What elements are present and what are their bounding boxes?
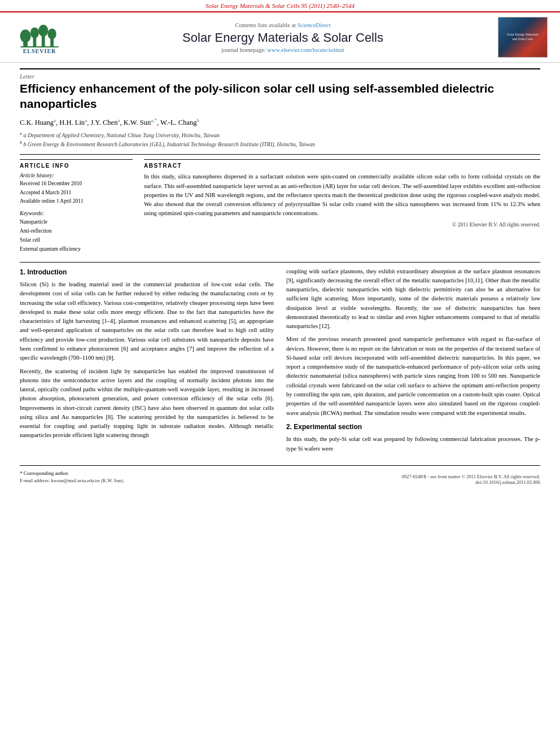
author-ck-huang: C.K. Huang	[20, 119, 54, 126]
footer-left: * Corresponding author. E-mail address: …	[20, 469, 124, 485]
svg-point-1	[20, 29, 30, 42]
email-line: E-mail address: kwsun@mail.nctu.edu.tw (…	[20, 477, 124, 485]
abstract-col: ABSTRACT In this study, silica nanospher…	[144, 159, 540, 254]
journal-header-center: Contents lists available at ScienceDirec…	[73, 22, 492, 53]
journal-homepage: journal homepage: www.elsevier.com/locat…	[73, 47, 492, 53]
svg-point-5	[38, 24, 48, 36]
affiliations: a a Department of Applied Chemistry, Nat…	[20, 130, 540, 149]
right-para-2: Most of the previous research presented …	[286, 335, 540, 417]
authors-line: C.K. Huanga, H.H. Lina, J.Y. Chena, K.W.…	[20, 117, 540, 127]
divider	[20, 154, 540, 155]
elsevier-label: ELSEVIER	[23, 48, 56, 54]
author-kw-sun: K.W. Sun	[124, 119, 151, 126]
keyword-eqe: External quantum efficiency	[20, 244, 133, 254]
main-content: Letter Efficiency enhancement of the pol…	[0, 63, 560, 496]
section2-para: In this study, the poly-Si solar cell wa…	[286, 435, 540, 453]
affiliation-a: a a Department of Applied Chemistry, Nat…	[20, 130, 540, 139]
intro-para-1: Silicon (Si) is the leading material use…	[20, 280, 274, 362]
svg-point-7	[47, 28, 56, 39]
abstract-header: ABSTRACT	[144, 159, 540, 169]
right-para-1: coupling with surface plasmons, they exh…	[286, 267, 540, 331]
body-content: 1. Introduction Silicon (Si) is the lead…	[20, 267, 540, 457]
article-info-header: ARTICLE INFO	[20, 159, 133, 169]
journal-cover-image: Solar Energy Materials and Solar Cells	[498, 17, 548, 58]
footer: * Corresponding author. E-mail address: …	[20, 465, 540, 485]
intro-para-2: Recently, the scattering of incident lig…	[20, 367, 274, 440]
cover-title-text: Solar Energy Materials and Solar Cells	[507, 33, 539, 42]
available-date: Available online 1 April 2011	[20, 197, 133, 206]
email-address: kwsun@mail.nctu.edu.tw (K.W. Sun).	[51, 478, 124, 483]
history-dates: Received 16 December 2010 Accepted 4 Mar…	[20, 180, 133, 206]
divider2	[20, 262, 540, 263]
journal-bar: Solar Energy Materials & Solar Cells 95 …	[0, 0, 560, 12]
elsevier-logo-icon	[17, 21, 62, 48]
intro-heading: 1. Introduction	[20, 267, 274, 278]
article-section-label: Letter	[20, 68, 540, 80]
author-jy-chen: J.Y. Chen	[90, 119, 117, 126]
journal-homepage-link[interactable]: www.elsevier.com/locate/solmat	[267, 47, 344, 53]
abstract-text: In this study, silica nanospheres disper…	[144, 172, 540, 218]
keywords-label: Keywords:	[20, 210, 133, 216]
article-title: Efficiency enhancement of the poly-silic…	[20, 81, 540, 112]
author-wl-chang: W.-L. Chang	[160, 119, 196, 126]
journal-title: Solar Energy Materials & Solar Cells	[73, 30, 492, 45]
body-col-right: coupling with surface plasmons, they exh…	[286, 267, 540, 457]
svg-point-3	[30, 27, 39, 38]
journal-bar-text: Solar Energy Materials & Solar Cells 95 …	[205, 2, 355, 9]
email-label: E-mail address:	[20, 478, 50, 483]
affiliation-b: b b Green Energy & Environment Research …	[20, 139, 540, 148]
keyword-antireflection: Anti-reflection	[20, 226, 133, 235]
issn-line: 0927-0248/$ - see front matter © 2011 El…	[402, 474, 540, 479]
article-info-col: ARTICLE INFO Article history: Received 1…	[20, 159, 133, 254]
section2-heading: 2. Experimental section	[286, 422, 540, 433]
article-history-label: Article history:	[20, 172, 133, 178]
sciencedirect-line: Contents lists available at ScienceDirec…	[73, 22, 492, 28]
keyword-nanoparticle: Nanoparticle	[20, 217, 133, 226]
corresponding-note: * Corresponding author.	[20, 469, 124, 477]
accepted-date: Accepted 4 March 2011	[20, 189, 133, 197]
sciencedirect-link[interactable]: ScienceDirect	[298, 22, 331, 28]
footer-right: 0927-0248/$ - see front matter © 2011 El…	[402, 474, 540, 485]
journal-cover-area: Solar Energy Materials and Solar Cells	[498, 17, 549, 58]
doi-line: doi:10.1016/j.solmat.2011.03.006	[402, 479, 540, 485]
copyright-line: © 2011 Elsevier B.V. All rights reserved…	[144, 222, 540, 228]
keyword-solarcell: Solar cell	[20, 235, 133, 244]
author-hh-lin: H.H. Lin	[59, 119, 85, 126]
received-date: Received 16 December 2010	[20, 180, 133, 188]
page-header: ELSEVIER Contents lists available at Sci…	[0, 12, 560, 63]
info-abstract-section: ARTICLE INFO Article history: Received 1…	[20, 159, 540, 254]
body-col-left: 1. Introduction Silicon (Si) is the lead…	[20, 267, 274, 457]
elsevier-logo-area: ELSEVIER	[11, 21, 68, 54]
